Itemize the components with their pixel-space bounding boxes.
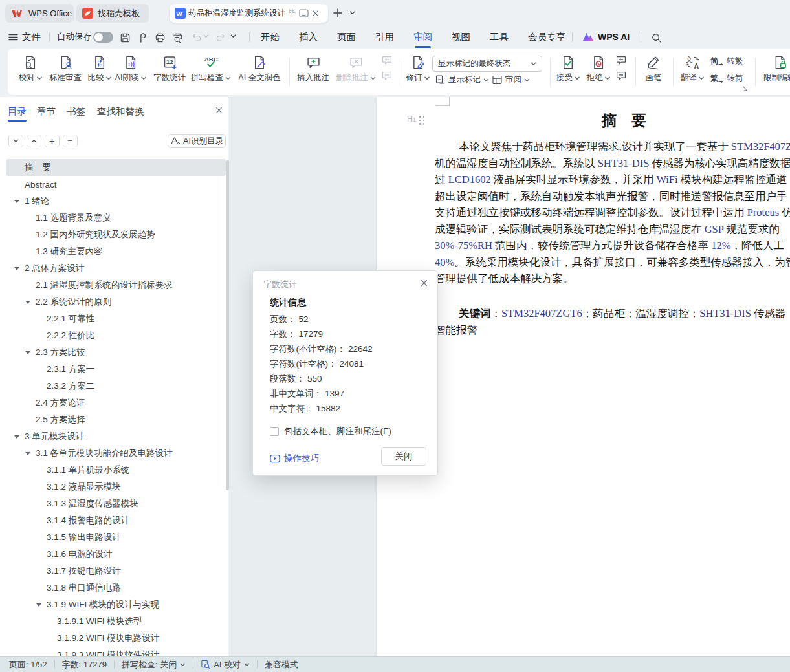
toc-item[interactable]: 3.1.9 WIFI 模块的设计与实现 xyxy=(6,596,226,613)
status-compatibility-mode[interactable]: 兼容模式 xyxy=(265,659,298,671)
menu-页面[interactable]: 页面 xyxy=(337,31,356,43)
drag-handle-icon[interactable] xyxy=(419,116,425,125)
dialog-close-icon[interactable] xyxy=(420,279,428,287)
toc-item[interactable]: 2 总体方案设计 xyxy=(6,260,226,277)
ribbon-ai-polish-button[interactable]: AI 全文润色 xyxy=(238,53,280,83)
collapse-arrow-icon[interactable] xyxy=(25,301,30,304)
print-icon[interactable] xyxy=(154,32,166,44)
collapse-arrow-icon[interactable] xyxy=(25,351,30,354)
autosave-toggle[interactable] xyxy=(93,32,113,43)
toc-item[interactable]: 2.5 方案选择 xyxy=(6,411,226,428)
toc-item[interactable]: 1.1 选题背景及意义 xyxy=(6,210,226,226)
toc-item[interactable]: 1.3 研究主要内容 xyxy=(6,243,226,260)
next-revision-icon[interactable] xyxy=(615,70,627,81)
search-icon[interactable] xyxy=(651,32,662,43)
toc-item[interactable]: 2.3.2 方案二 xyxy=(6,378,226,395)
ribbon-ai-read-button[interactable]: AI朗读 xyxy=(115,53,147,83)
tab-document-active[interactable]: W 药品柜温湿度监测系统设计 毕 xyxy=(170,4,328,23)
redo-history-chevron-icon[interactable] xyxy=(230,34,236,38)
ribbon-to-simplified-button[interactable]: 繁 转简 xyxy=(710,73,743,84)
toc-item[interactable]: 2.1 温湿度控制系统的设计指标要求 xyxy=(6,277,226,294)
menu-会员专享[interactable]: 会员专享 xyxy=(528,31,565,43)
toc-item[interactable]: 2.4 方案论证 xyxy=(6,395,226,411)
collapse-arrow-icon[interactable] xyxy=(25,452,30,455)
document-page[interactable]: H1 摘 要 本论文聚焦于药品柜环境管理需求,设计并实现了一套基于 STM32F… xyxy=(377,97,790,656)
document-heading[interactable]: 摘 要 xyxy=(602,111,646,131)
collapse-arrow-icon[interactable] xyxy=(14,267,19,270)
tab-docer-templates[interactable]: 找稻壳模板 xyxy=(76,4,149,23)
menu-插入[interactable]: 插入 xyxy=(299,31,318,43)
ribbon-spell-check-button[interactable]: ABC拼写检查 xyxy=(191,53,231,83)
menu-工具[interactable]: 工具 xyxy=(490,31,509,43)
toc-item[interactable]: 3.1.9.2 WIFI 模块电路设计 xyxy=(6,630,226,647)
toc-item[interactable]: 1 绪论 xyxy=(6,193,226,210)
toc-zoom-out-button[interactable]: − xyxy=(63,135,78,147)
toc-item[interactable]: 2.3 方案比较 xyxy=(6,344,226,361)
ribbon-review-pane-button[interactable]: 审阅 xyxy=(492,74,530,85)
toc-item[interactable]: 摘 要 xyxy=(6,159,226,176)
ribbon-proofread-button[interactable]: 校对 xyxy=(19,53,43,83)
ribbon-show-markup-button[interactable]: 显示标记 xyxy=(435,74,489,85)
window-icon[interactable] xyxy=(299,9,309,17)
tab-wps-office[interactable]: WPS Office xyxy=(5,4,74,23)
toc-expand-down-button[interactable] xyxy=(8,135,23,147)
sidebar-tab-书签[interactable]: 书签 xyxy=(67,105,85,118)
close-tab-icon[interactable] xyxy=(311,9,320,17)
collapse-arrow-icon[interactable] xyxy=(14,200,19,203)
toc-item[interactable]: 3.1.1 单片机最小系统 xyxy=(6,462,226,479)
previous-revision-icon[interactable] xyxy=(615,55,627,66)
ribbon-restrict-edit-button[interactable]: 限制编辑 xyxy=(763,53,790,83)
collapse-arrow-icon[interactable] xyxy=(14,435,19,439)
sidebar-tab-章节[interactable]: 章节 xyxy=(37,105,56,118)
toc-item[interactable]: 3.1 各单元模块功能介绍及电路设计 xyxy=(6,445,226,462)
toc-item[interactable]: 3.1.6 电源的设计 xyxy=(6,546,226,563)
sidebar-close-icon[interactable] xyxy=(215,106,223,114)
collapse-arrow-icon[interactable] xyxy=(36,603,41,607)
toc-item[interactable]: 1.2 国内外研究现状及发展趋势 xyxy=(6,226,226,243)
print-preview-icon[interactable] xyxy=(171,32,184,44)
toc-item[interactable]: 3.1.9.3 WIFI 模块软件设计 xyxy=(6,647,226,656)
ribbon-brush-button[interactable]: 画笔 xyxy=(645,53,662,83)
toc-collapse-up-button[interactable] xyxy=(27,135,41,147)
document-keywords[interactable]: 关键词：STM32F407ZGT6；药品柜；温湿度调控；SHT31-DIS 传感… xyxy=(435,305,790,338)
save-icon[interactable] xyxy=(119,32,131,44)
status-page-indicator[interactable]: 页面: 1/52 xyxy=(9,659,47,671)
status-spellcheck[interactable]: 拼写检查: 关闭 xyxy=(122,659,186,671)
dialog-close-button[interactable]: 关闭 xyxy=(381,447,426,466)
ribbon-collapse-icon[interactable] xyxy=(742,85,748,91)
toc-item[interactable]: 3.1.7 按键电路设计 xyxy=(6,563,226,580)
ribbon-accept-button[interactable]: 接受 xyxy=(556,53,580,83)
ai-recognize-toc-button[interactable]: AI识别目录 xyxy=(168,134,226,148)
toc-item[interactable]: 2.2 系统设计的原则 xyxy=(6,294,226,310)
toc-item[interactable]: 3.1.3 温湿度传感器模块 xyxy=(6,495,226,512)
toc-zoom-in-button[interactable]: + xyxy=(45,135,60,147)
toc-item[interactable]: 2.2.2 性价比 xyxy=(6,327,226,344)
include-footnotes-checkbox[interactable]: 包括文本框、脚注和尾注(F) xyxy=(270,426,391,437)
sidebar-tab-目录[interactable]: 目录 xyxy=(8,105,27,118)
ribbon-compare-button[interactable]: 比较 xyxy=(88,53,112,83)
tab-list-chevron-icon[interactable] xyxy=(349,11,355,15)
ribbon-standard-review-button[interactable]: 标准审查 xyxy=(49,53,82,83)
status-ai-proofread[interactable]: AI 校对 xyxy=(201,659,250,671)
status-word-count[interactable]: 字数: 17279 xyxy=(62,659,107,671)
menu-视图[interactable]: 视图 xyxy=(452,31,470,43)
ribbon-revise-button[interactable]: 修订 xyxy=(406,53,430,83)
toc-item[interactable]: 2.2.1 可靠性 xyxy=(6,310,226,327)
tips-link[interactable]: 操作技巧 xyxy=(270,453,319,464)
toc-item[interactable]: 3.1.9.1 WIFI 模块选型 xyxy=(6,613,226,630)
document-paragraph[interactable]: 本论文聚焦于药品柜环境管理需求,设计并实现了一套基于 STM32F407Z机的温… xyxy=(435,138,790,287)
file-menu-button[interactable]: 文件 xyxy=(8,29,41,45)
checkbox-box[interactable] xyxy=(270,427,279,436)
toc-item[interactable]: 3.1.2 液晶显示模块 xyxy=(6,479,226,495)
ribbon-word-count-button[interactable]: 12字数统计 xyxy=(153,53,186,83)
sidebar-tab-查找和替换[interactable]: 查找和替换 xyxy=(97,105,144,118)
export-pdf-icon[interactable] xyxy=(137,32,149,44)
toc-item[interactable]: 3.1.8 串口通信电路 xyxy=(6,580,226,596)
toc-item[interactable]: 3.1.4 报警电路的设计 xyxy=(6,512,226,529)
toc-item[interactable]: 2.3.1 方案一 xyxy=(6,361,226,378)
new-tab-button[interactable] xyxy=(333,8,343,18)
ribbon-reject-button[interactable]: 拒绝 xyxy=(587,53,611,83)
markup-state-dropdown[interactable]: 显示标记的最终状态 xyxy=(432,56,542,72)
menu-开始[interactable]: 开始 xyxy=(261,31,280,43)
menu-审阅[interactable]: 审阅 xyxy=(413,31,432,43)
